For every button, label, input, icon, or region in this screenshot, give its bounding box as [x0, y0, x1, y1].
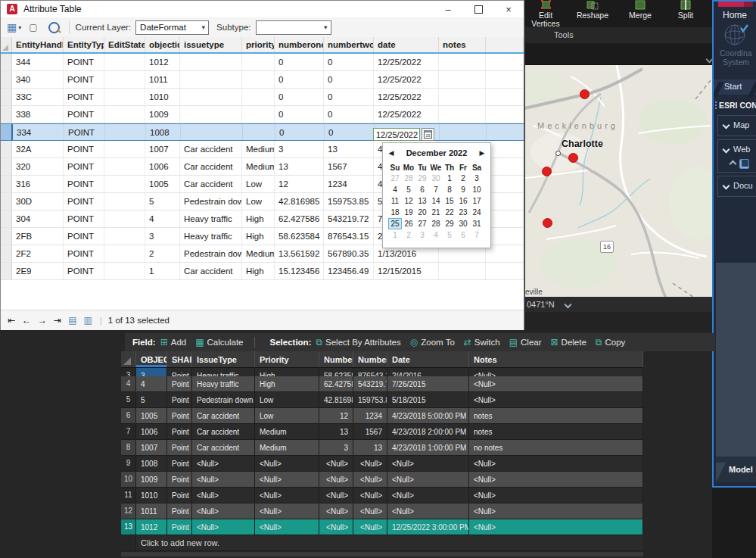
table-row[interactable]: 111010Point<Null><Null><Null><Null><Null… [121, 488, 643, 503]
table-cell[interactable]: Car accident [180, 158, 242, 175]
table-cell[interactable] [181, 124, 243, 140]
calendar-day[interactable]: 10 [470, 184, 484, 195]
table-cell[interactable]: Car accident [192, 440, 255, 455]
table-cell[interactable]: <Null> [192, 472, 255, 487]
table-row[interactable]: 101009Point<Null><Null><Null><Null><Null… [121, 472, 643, 488]
table-cell[interactable]: POINT [64, 263, 104, 279]
table-cell[interactable]: <Null> [319, 472, 353, 487]
column-header[interactable]: priority [242, 37, 275, 52]
table-cell[interactable]: <Null> [469, 376, 643, 391]
table-cell[interactable]: 344 [12, 54, 64, 70]
table-cell[interactable]: Medium [255, 440, 319, 455]
table-cell[interactable] [105, 124, 146, 140]
table-cell[interactable]: Point [167, 376, 192, 391]
delete-button[interactable]: ⊠Delete [551, 337, 586, 348]
table-cell[interactable]: 567890.35 [324, 245, 374, 262]
column-header[interactable]: Notes [469, 351, 643, 367]
table-cell[interactable]: Pedestrain down [192, 392, 255, 407]
table-cell[interactable] [104, 158, 145, 175]
table-cell[interactable]: POINT [64, 54, 104, 70]
clear-button[interactable]: ▤Clear [509, 337, 542, 348]
table-cell[interactable]: Car accident [192, 408, 255, 423]
tab-home[interactable]: Home [723, 10, 747, 20]
row-selector[interactable] [1, 54, 12, 70]
column-header[interactable]: EditState [104, 37, 145, 52]
table-cell[interactable]: High [255, 376, 319, 391]
calendar-month-title[interactable]: December 2022 [400, 148, 474, 157]
table-cell[interactable] [180, 54, 242, 70]
calendar-day[interactable]: 27 [415, 218, 429, 229]
table-cell[interactable]: Point [167, 456, 192, 471]
table-cell[interactable]: Low [255, 392, 319, 407]
table-cell[interactable]: Medium [242, 158, 275, 175]
table-cell[interactable]: 5 [136, 392, 167, 407]
table-cell[interactable]: 876543.15 [324, 228, 374, 245]
table-cell[interactable]: 4/23/2018 1:00:00 PM [387, 440, 469, 455]
table-cell[interactable]: <Null> [353, 519, 387, 535]
table-cell[interactable]: 3 [136, 368, 167, 376]
table-cell[interactable]: <Null> [353, 456, 387, 471]
table-cell[interactable]: 12/25/2022 [374, 71, 439, 88]
table-cell[interactable] [104, 210, 145, 227]
table-cell[interactable]: 12/25/2022 [374, 54, 439, 70]
table-cell[interactable] [104, 141, 145, 157]
calendar-day[interactable]: 26 [402, 218, 415, 229]
table-row[interactable]: 344POINT10120012/25/2022 [1, 54, 524, 71]
column-header[interactable]: notes [439, 37, 486, 52]
table-row[interactable]: 91008Point<Null><Null><Null><Null><Null>… [121, 456, 643, 472]
select-all-corner[interactable] [1, 37, 12, 52]
table-cell[interactable]: Point [167, 368, 192, 376]
table-cell[interactable] [439, 71, 486, 88]
table-cell[interactable]: Low [242, 176, 275, 192]
table-cell[interactable]: 159753.85 [353, 392, 387, 407]
table-cell[interactable]: 1567 [324, 158, 374, 175]
table-cell[interactable]: <Null> [353, 472, 387, 487]
table-cell[interactable]: <Null> [469, 503, 643, 519]
row-number-cell[interactable]: 12 [121, 503, 136, 519]
table-cell[interactable]: 2 [145, 245, 180, 262]
calendar-next-icon[interactable]: ▶ [474, 149, 490, 157]
calendar-day[interactable]: 12 [402, 195, 415, 207]
column-header[interactable]: EntityType [64, 37, 104, 52]
table-cell[interactable]: Point [167, 424, 192, 439]
table-cell[interactable]: 316 [12, 176, 64, 192]
calendar-day[interactable]: 17 [470, 195, 484, 207]
previous-record-icon[interactable]: ← [22, 315, 31, 326]
table-cell[interactable]: <Null> [319, 488, 353, 503]
table-cell[interactable]: <Null> [353, 503, 387, 519]
table-cell[interactable]: Point [167, 519, 192, 535]
column-header[interactable]: issuetype [180, 37, 242, 52]
table-cell[interactable]: 0 [324, 71, 374, 88]
table-cell[interactable] [104, 193, 145, 210]
table-cell[interactable]: <Null> [353, 488, 387, 503]
table-cell[interactable]: Medium [255, 424, 319, 439]
table-cell[interactable]: 334 [13, 124, 64, 140]
table-cell[interactable]: Heavy traffic [180, 228, 242, 245]
calendar-day[interactable]: 4 [429, 229, 443, 241]
table-cell[interactable]: <Null> [192, 488, 255, 503]
column-header[interactable]: NumberTwo [353, 351, 387, 367]
coordinate-system-icon[interactable] [720, 22, 753, 48]
row-selector[interactable] [1, 193, 12, 210]
table-cell[interactable]: <Null> [469, 519, 643, 535]
table-cell[interactable]: <Null> [319, 456, 353, 471]
calendar-day[interactable]: 11 [388, 195, 402, 207]
table-cell[interactable]: <Null> [255, 519, 319, 535]
close-button[interactable]: × [493, 1, 524, 17]
row-selector[interactable] [1, 176, 12, 192]
calendar-prev-icon[interactable]: ◀ [383, 149, 400, 157]
table-cell[interactable] [242, 89, 275, 105]
section-web-subitem[interactable] [718, 158, 756, 173]
table-cell[interactable]: 1 [145, 263, 180, 279]
table-cell[interactable]: 1011 [145, 71, 180, 88]
calendar-day[interactable]: 4 [388, 184, 402, 195]
select-all-corner[interactable] [121, 351, 136, 367]
row-number-cell[interactable]: 4 [121, 376, 136, 391]
table-cell[interactable]: Point [167, 440, 192, 455]
table-cell[interactable]: 1011 [136, 503, 167, 519]
table-cell[interactable]: 0 [325, 124, 375, 140]
calendar-day[interactable]: 13 [415, 195, 429, 207]
table-cell[interactable]: notes [469, 408, 643, 423]
table-cell[interactable]: Point [167, 408, 192, 423]
table-cell[interactable]: POINT [64, 176, 104, 192]
